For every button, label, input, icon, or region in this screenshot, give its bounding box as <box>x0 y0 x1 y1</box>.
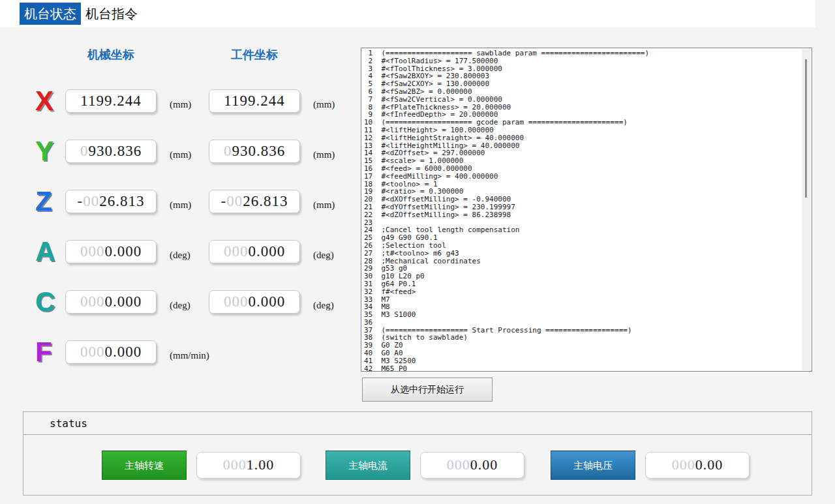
gcode-scrollbar[interactable] <box>802 49 811 370</box>
axis-readout-panel: X1199.244(mm)1199.244(mm)Y0930.836(mm)09… <box>26 76 391 377</box>
value-digits: 0.000 <box>248 293 285 310</box>
work-coordinate-field-y[interactable]: 0930.836 <box>209 140 300 163</box>
value-digits: 930.836 <box>232 143 285 160</box>
value-leading-zeros: 000 <box>223 456 247 473</box>
axis-row-a: A0000.000(deg)0000.000(deg) <box>26 226 391 276</box>
spindle-speed-button[interactable]: 主轴转速 <box>102 451 187 480</box>
axis-label-c: C <box>26 288 65 316</box>
status-content: 主轴转速0001.00主轴电流0000.00主轴电压0000.00 <box>23 435 812 495</box>
value-leading-zeros: 000 <box>80 344 105 361</box>
work-coords-header: 工件坐标 <box>209 47 300 63</box>
gcode-scrollbar-thumb[interactable] <box>805 59 807 198</box>
tab-bar: 机台状态 机台指令 <box>20 3 142 25</box>
value-digits: 0.00 <box>470 456 498 473</box>
value-digits: 930.836 <box>88 143 142 160</box>
value-digits: 0.000 <box>248 243 285 260</box>
value-leading-zeros: 0 <box>224 143 232 160</box>
work-coordinate-field-z[interactable]: -0026.813 <box>209 190 300 213</box>
value-leading-zeros: 0 <box>80 143 89 160</box>
unit-label: (deg) <box>300 300 352 311</box>
work-coordinate-field-a[interactable]: 0000.000 <box>209 240 300 263</box>
top-bar: 机台状态 机台指令 <box>0 0 815 27</box>
value-digits: 26.813 <box>243 193 288 210</box>
unit-label: (deg) <box>157 300 209 311</box>
unit-label: (mm) <box>300 99 352 110</box>
status-groupbox-title: status <box>23 412 812 435</box>
unit-label: (mm/min) <box>157 350 228 361</box>
machine-coordinate-field-y[interactable]: 0930.836 <box>65 140 157 163</box>
machine-coordinate-field-c[interactable]: 0000.000 <box>65 290 157 314</box>
gcode-editor[interactable]: 1 (==================== sawblade param =… <box>361 48 801 371</box>
axis-row-c: C0000.000(deg)0000.000(deg) <box>26 276 391 327</box>
machine-coordinate-field-f[interactable]: 0000.000 <box>65 340 157 364</box>
value-leading-zeros: 000 <box>672 456 695 473</box>
value-digits: 26.813 <box>99 193 144 210</box>
machine-coordinate-field-z[interactable]: -0026.813 <box>65 190 157 213</box>
value-digits: 1199.244 <box>80 93 141 110</box>
status-groupbox: status 主轴转速0001.00主轴电流0000.00主轴电压0000.00 <box>23 411 812 496</box>
value-leading-zeros: 00 <box>226 193 243 210</box>
spindle-voltage-value-field[interactable]: 0000.00 <box>645 452 750 479</box>
unit-label: (mm) <box>300 149 352 160</box>
value-leading-zeros: 000 <box>224 243 249 260</box>
value-leading-zeros: 000 <box>224 293 249 310</box>
value-digits: 1199.244 <box>224 93 284 110</box>
value-leading-zeros: 000 <box>80 293 105 310</box>
coordinate-headers: 机械坐标 工件坐标 <box>26 47 352 63</box>
value-digits: 0.000 <box>104 293 142 310</box>
unit-label: (mm) <box>300 200 352 211</box>
spindle-speed-value-field[interactable]: 0001.00 <box>196 452 301 479</box>
unit-label: (mm) <box>157 99 209 110</box>
axis-label-f: F <box>26 338 65 366</box>
spindle-current-value-field[interactable]: 0000.00 <box>420 452 524 479</box>
value-digits: 0.000 <box>104 243 142 260</box>
axis-label-x: X <box>26 87 65 115</box>
value-sign: - <box>78 193 84 210</box>
machine-coords-header: 机械坐标 <box>65 47 157 63</box>
axis-row-z: Z-0026.813(mm)-0026.813(mm) <box>26 176 391 226</box>
axis-row-f: F0000.000(mm/min) <box>26 327 391 377</box>
gcode-panel: 1 (==================== sawblade param =… <box>361 48 812 372</box>
work-coordinate-field-x[interactable]: 1199.244 <box>209 89 300 113</box>
tab-machine-command[interactable]: 机台指令 <box>81 3 142 25</box>
machine-coordinate-field-x[interactable]: 1199.244 <box>65 89 157 113</box>
status-item-spindle-current: 主轴电流0000.00 <box>326 451 524 480</box>
value-leading-zeros: 00 <box>83 193 99 210</box>
unit-label: (deg) <box>300 250 352 261</box>
unit-label: (deg) <box>157 250 209 261</box>
value-leading-zeros: 000 <box>447 456 470 473</box>
value-digits: 0.000 <box>104 344 142 361</box>
status-item-spindle-speed: 主轴转速0001.00 <box>102 451 301 480</box>
spindle-current-button[interactable]: 主轴电流 <box>326 451 410 480</box>
spindle-voltage-button[interactable]: 主轴电压 <box>551 451 635 480</box>
axis-label-a: A <box>26 238 65 265</box>
axis-row-y: Y0930.836(mm)0930.836(mm) <box>26 126 391 176</box>
run-from-selected-line-button[interactable]: 从选中行开始运行 <box>362 378 493 402</box>
axis-row-x: X1199.244(mm)1199.244(mm) <box>26 76 391 126</box>
value-sign: - <box>221 193 227 210</box>
work-coordinate-field-c[interactable]: 0000.000 <box>209 290 300 314</box>
status-item-spindle-voltage: 主轴电压0000.00 <box>551 451 750 480</box>
value-leading-zeros: 000 <box>80 243 105 260</box>
unit-label: (mm) <box>157 200 209 211</box>
value-digits: 1.00 <box>247 456 275 473</box>
value-digits: 0.00 <box>695 456 723 473</box>
tab-machine-status[interactable]: 机台状态 <box>20 3 81 25</box>
axis-label-z: Z <box>26 188 65 215</box>
unit-label: (mm) <box>157 149 209 160</box>
machine-coordinate-field-a[interactable]: 0000.000 <box>65 240 157 263</box>
axis-label-y: Y <box>26 138 65 165</box>
